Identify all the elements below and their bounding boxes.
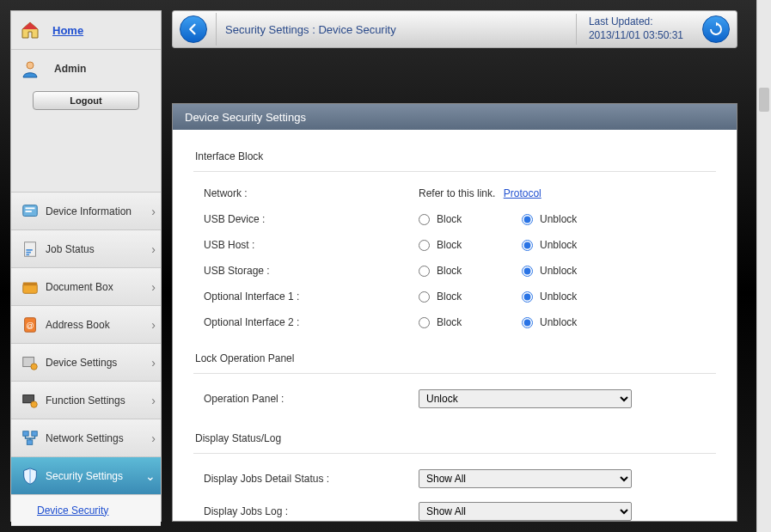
row-usb-storage: USB Storage : Block Unblock [193,258,716,284]
optional2-block-radio[interactable] [419,317,430,328]
row-usb-device: USB Device : Block Unblock [193,206,716,232]
sidebar-item-device-information[interactable]: Device Information › [11,193,161,230]
window-scrollbar[interactable] [756,0,771,532]
chevron-right-icon: › [151,318,156,332]
opt-label: Unblock [540,290,577,303]
sidebar-item-document-box[interactable]: Document Box › [11,268,161,306]
svg-rect-3 [26,211,32,212]
function-settings-icon [20,390,40,411]
refresh-button[interactable] [702,15,730,43]
nav-label: Document Box [46,281,113,293]
opt-label: Block [437,290,462,303]
chevron-right-icon: › [151,431,156,445]
topbar-divider [216,13,217,46]
display-log-select[interactable]: Show All [419,502,632,521]
nav-label: Address Book [46,319,110,331]
nav-label: Device Settings [46,357,117,369]
home-link[interactable]: Home [52,24,83,37]
svg-rect-13 [23,431,28,436]
svg-point-12 [31,401,37,407]
usb-storage-unblock-radio[interactable] [522,266,533,277]
section-display: Display Status/Log [193,427,716,449]
svg-rect-6 [23,282,38,285]
operation-panel-label: Operation Panel : [204,393,419,405]
sidebar-item-job-status[interactable]: Job Status › [11,230,161,268]
row-optional-1: Optional Interface 1 : Block Unblock [193,284,716,309]
opt-label: Block [437,265,462,277]
home-icon [20,20,40,40]
chevron-down-icon: ⌄ [145,469,156,483]
sidebar-item-device-settings[interactable]: Device Settings › [11,344,161,382]
nav-label: Network Settings [46,432,124,444]
topbar: Security Settings : Device Security Last… [172,10,737,48]
row-label: Optional Interface 1 : [204,290,419,303]
last-updated-label: Last Updated: [589,15,683,29]
document-box-icon [20,277,40,297]
svg-rect-2 [26,207,35,209]
divider [193,373,716,374]
nav-label: Security Settings [46,470,123,482]
chevron-right-icon: › [151,205,156,218]
panel: Device Security Settings Interface Block… [172,103,737,522]
row-display-log: Display Jobs Log : Show All [193,495,716,521]
row-optional-2: Optional Interface 2 : Block Unblock [193,309,716,335]
row-label: USB Device : [204,213,419,225]
nav-label: Function Settings [46,394,125,407]
row-label: Optional Interface 2 : [204,316,419,328]
svg-text:@: @ [26,321,34,329]
divider [193,453,716,454]
svg-point-0 [27,62,34,69]
sidebar-sub-device-security[interactable]: Device Security [11,495,161,526]
opt-label: Unblock [540,316,577,328]
sidebar-item-network-settings[interactable]: Network Settings › [11,419,161,457]
protocol-link[interactable]: Protocol [504,187,542,199]
section-lock: Lock Operation Panel [193,347,716,370]
device-info-icon [20,201,40,222]
sidebar-item-function-settings[interactable]: Function Settings › [11,382,161,419]
optional1-unblock-radio[interactable] [522,291,533,303]
panel-title: Device Security Settings [173,104,737,130]
display-log-label: Display Jobs Log : [204,505,419,517]
row-display-detail: Display Jobs Detail Status : Show All [193,462,716,495]
chevron-right-icon: › [151,280,156,294]
breadcrumb: Security Settings : Device Security [225,23,396,36]
device-settings-icon [20,352,40,373]
last-updated-value: 2013/11/01 03:50:31 [589,29,683,43]
network-settings-icon [20,428,40,449]
sidebar: Home Admin Logout Device Information › [10,10,162,522]
display-detail-select[interactable]: Show All [419,469,632,488]
user-icon [20,58,40,79]
scroll-thumb[interactable] [759,88,769,112]
row-operation-panel: Operation Panel : Unlock [193,382,716,415]
network-note: Refer to this link. [419,187,495,199]
chevron-right-icon: › [151,356,156,370]
operation-panel-select[interactable]: Unlock [419,389,632,408]
usb-host-unblock-radio[interactable] [522,240,533,251]
sidebar-spacer [11,122,161,193]
usb-device-unblock-radio[interactable] [522,214,533,225]
sidebar-user: Admin [11,50,161,86]
usb-storage-block-radio[interactable] [419,266,430,277]
svg-point-10 [31,363,37,369]
divider [193,171,716,172]
optional2-unblock-radio[interactable] [522,317,533,328]
sidebar-home[interactable]: Home [11,11,161,50]
opt-label: Block [437,316,462,328]
opt-label: Unblock [540,213,577,225]
opt-label: Block [437,213,462,225]
address-book-icon: @ [20,315,40,335]
section-interface-block: Interface Block [193,145,716,168]
optional1-block-radio[interactable] [419,291,430,303]
back-button[interactable] [180,15,207,43]
row-network: Network : Refer to this link. Protocol [193,180,716,206]
sidebar-item-address-book[interactable]: @ Address Book › [11,306,161,344]
sidebar-item-security-settings[interactable]: Security Settings ⌄ [11,457,161,495]
row-usb-host: USB Host : Block Unblock [193,232,716,258]
chevron-right-icon: › [151,394,156,407]
usb-host-block-radio[interactable] [419,240,430,251]
logout-button[interactable]: Logout [33,91,139,110]
job-status-icon [20,239,40,260]
row-label: USB Storage : [204,265,419,277]
usb-device-block-radio[interactable] [419,214,430,225]
svg-rect-15 [27,439,32,443]
